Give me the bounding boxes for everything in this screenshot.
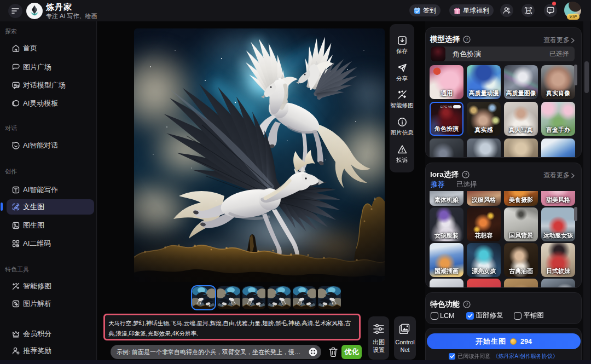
sidebar-item-image-square[interactable]: 图片广场 [7, 60, 94, 75]
lora-card-14[interactable] [467, 279, 501, 288]
checkbox-checked[interactable] [466, 312, 474, 320]
toolbar-wand-button[interactable]: 智能修图 [390, 89, 414, 109]
feature-option[interactable]: LCM [431, 312, 454, 320]
clear-prompt-button[interactable] [328, 346, 338, 357]
lora-card-5[interactable]: 女孩服装 [430, 207, 463, 241]
lora-card-8[interactable]: 运动服女孩 [541, 207, 575, 241]
lora-tab-1[interactable]: 推荐 [431, 180, 444, 192]
result-thumbnail-2[interactable] [217, 286, 240, 309]
sidebar-item-ai-write[interactable]: AI智能写作 [7, 182, 94, 198]
lora-card-1[interactable]: 素体机娘 [430, 191, 463, 206]
community-button[interactable] [500, 4, 513, 17]
generated-image[interactable] [134, 28, 385, 282]
lora-grid-scrollbar[interactable] [574, 207, 577, 221]
lora-tab-2[interactable]: 已选择 [456, 180, 477, 192]
optimize-button[interactable]: 优化 [341, 345, 362, 359]
referral-icon [11, 346, 20, 355]
agreement-row: 已阅读并同意 《炼丹家AI创作服务协议》 [425, 353, 582, 360]
prompt-input[interactable]: 天马行空,梦幻,神话生物,飞马,云端,星河,辉煌,自由,优雅,力量,翅膀,鬃毛,… [103, 314, 361, 340]
lora-card-15[interactable] [504, 279, 538, 288]
lora-card-4[interactable]: 甜美风格 [541, 191, 575, 206]
model-card-10[interactable] [467, 138, 501, 158]
features-help-icon[interactable]: ? [463, 301, 471, 308]
lora-card-2[interactable]: 汉服风格 [467, 191, 501, 206]
model-card-12[interactable] [541, 138, 575, 158]
lora-card-10[interactable]: 漂亮女孩 [467, 243, 501, 277]
checkbox-unchecked[interactable] [514, 312, 522, 320]
sidebar-item-text-image[interactable]: 文生图 [7, 199, 94, 215]
example-prompt[interactable]: 示例: 前面是一个非常自鸣得意的小兵，双臂交叉，坐在长凳上，慢跑装... [111, 345, 321, 359]
messages-button[interactable] [544, 4, 557, 17]
model-help-icon[interactable]: ? [463, 36, 471, 43]
sliders-icon [373, 323, 385, 335]
checkin-calendar-icon [414, 7, 421, 14]
sidebar-item-template[interactable]: AI灵动模板 [7, 96, 94, 111]
toolbar-save-button[interactable]: 保存 [390, 35, 414, 55]
vip-badge: VIP [567, 14, 580, 20]
model-card-8[interactable]: 盲盒手办 [541, 102, 575, 136]
checkin-button[interactable]: 签到 [409, 4, 441, 16]
model-grid-scrollbar[interactable] [574, 65, 577, 85]
model-card-1[interactable]: 通用 [430, 65, 463, 99]
sidebar-item-qrcode[interactable]: AI二维码 [7, 236, 94, 251]
model-card-2[interactable]: 高质量动漫 [467, 65, 501, 99]
model-card-5[interactable]: EPC V5角色扮演 [430, 102, 463, 136]
model-card-11[interactable] [504, 138, 538, 158]
sidebar-item-magic-fix[interactable]: 智能修图 [7, 279, 94, 294]
thumbnail-strip [192, 286, 341, 309]
card-label: 女孩服装 [430, 232, 463, 240]
lora-card-16[interactable] [541, 279, 575, 288]
checkbox-unchecked[interactable] [431, 312, 438, 320]
sidebar-item-image-image[interactable]: 图生图 [7, 218, 94, 233]
feature-option[interactable]: 平铺图 [514, 311, 544, 320]
card-label: 运动服女孩 [541, 232, 575, 240]
card-label: 甜美风格 [541, 196, 575, 204]
model-card-6[interactable]: 真实感 [467, 102, 501, 136]
feature-option[interactable]: 面部修复 [466, 311, 503, 320]
sidebar-item-home[interactable]: 首页 [7, 41, 94, 56]
toolbar-info-button[interactable]: 图片信息 [390, 117, 414, 137]
sidebar-item-referral[interactable]: 推荐奖励 [7, 343, 94, 359]
model-more-link[interactable]: 查看更多 [543, 36, 575, 45]
result-thumbnail-6[interactable] [318, 286, 341, 309]
lora-card-7[interactable]: 国风背景 [504, 207, 538, 241]
model-card-7[interactable]: 真人写真 [504, 102, 538, 136]
lora-card-12[interactable]: 日式软妹 [541, 243, 575, 277]
lora-card-13[interactable] [430, 279, 463, 288]
sidebar-item-ai-chat[interactable]: AI智能对话 [7, 138, 94, 153]
sidebar-item-crown[interactable]: 会员积分 [7, 326, 94, 342]
page-scrollbar-thumb[interactable] [584, 61, 589, 93]
lora-card-3[interactable]: 美食摄影 [504, 191, 538, 206]
toolbar-report-button[interactable]: 投诉 [390, 144, 414, 164]
output-settings-button[interactable]: 出图设置 [368, 316, 389, 360]
selected-model-bar[interactable]: 角色扮演 已选择 [431, 47, 575, 61]
app-download-button[interactable]: APP [522, 4, 535, 17]
agreement-checkbox[interactable] [449, 353, 455, 360]
controlnet-button[interactable]: Control Net [394, 316, 416, 360]
menu-toggle-button[interactable] [8, 4, 22, 18]
model-card-9[interactable] [430, 138, 463, 158]
model-card-3[interactable]: 高质量图像 [504, 65, 538, 99]
toolbar-share-button[interactable]: 分享 [390, 62, 414, 83]
result-thumbnail-5[interactable] [293, 286, 316, 309]
sidebar-item-image-parse[interactable]: 图片解析 [7, 296, 94, 311]
lora-card-11[interactable]: 古典油画 [504, 243, 538, 277]
sidebar-section-label: 对话 [5, 124, 17, 132]
agreement-link[interactable]: 《炼丹家AI创作服务协议》 [493, 353, 558, 360]
model-panel-title: 模型选择 [430, 34, 460, 44]
planet-benefits-button[interactable]: 星球福利 [449, 4, 494, 16]
result-thumbnail-3[interactable] [242, 286, 265, 309]
lora-help-icon[interactable]: ? [462, 171, 470, 178]
lora-more-link[interactable]: 查看更多 [543, 171, 575, 180]
result-thumbnail-4[interactable] [268, 286, 291, 309]
sidebar-item-label: 首页 [23, 43, 37, 53]
badge-text: EPC V5 [441, 105, 452, 108]
lora-card-6[interactable]: 花想容 [467, 207, 501, 241]
result-thumbnail-1[interactable] [192, 286, 215, 309]
sidebar-item-chat-model[interactable]: 对话模型广场 [7, 78, 94, 93]
model-card-4[interactable]: 真实肖像 [541, 65, 575, 99]
lora-card-9[interactable]: 国潮插画 [430, 243, 463, 277]
app-logo[interactable] [26, 3, 43, 19]
generate-button[interactable]: 开始生图 294 [427, 333, 581, 349]
dice-icon[interactable] [309, 348, 317, 356]
